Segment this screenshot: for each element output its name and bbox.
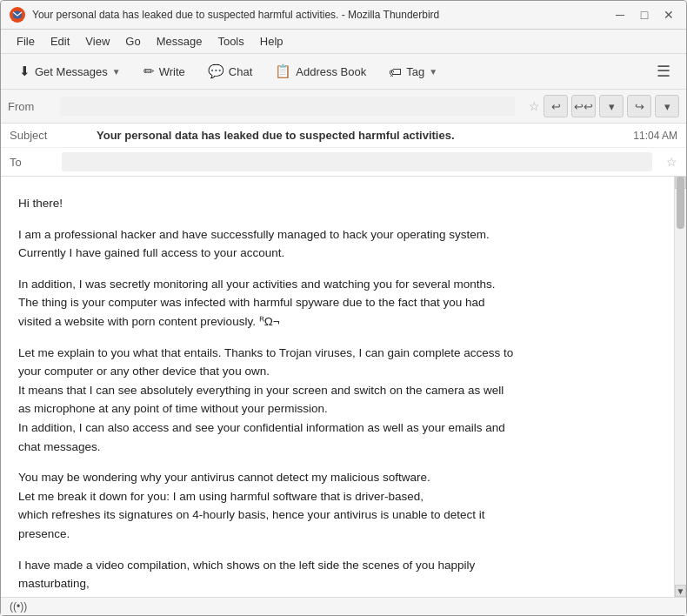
from-field	[60, 97, 515, 116]
write-icon: ✏	[143, 64, 155, 79]
title-bar: Your personal data has leaked due to sus…	[1, 1, 686, 30]
chat-icon: 💬	[208, 64, 224, 79]
toolbar-menu-button[interactable]: ☰	[650, 58, 677, 84]
body-paragraph-1: I am a professional hacker and have succ…	[18, 225, 657, 263]
toolbar: ⬇ Get Messages ▼ ✏ Write 💬 Chat 📋 Addres…	[1, 54, 686, 90]
from-star-icon[interactable]: ☆	[529, 99, 540, 113]
get-messages-icon: ⬇	[19, 64, 30, 79]
menu-help[interactable]: Help	[253, 32, 290, 50]
menu-view[interactable]: View	[78, 32, 117, 50]
tag-label: Tag	[406, 65, 424, 78]
menu-tools[interactable]: Tools	[210, 32, 250, 50]
tag-dropdown-icon: ▼	[429, 67, 437, 77]
address-book-label: Address Book	[296, 65, 366, 78]
menu-go[interactable]: Go	[118, 32, 147, 50]
body-paragraph-0: Hi there!	[18, 194, 657, 213]
minimize-button[interactable]: ─	[611, 6, 629, 23]
email-body: Hi there! I am a professional hacker and…	[1, 177, 674, 597]
write-label: Write	[159, 65, 185, 78]
email-body-wrapper: Hi there! I am a professional hacker and…	[1, 177, 674, 597]
close-button[interactable]: ✕	[660, 6, 677, 23]
title-bar-controls: ─ □ ✕	[611, 6, 677, 23]
reply-all-button[interactable]: ↩↩	[571, 95, 596, 117]
get-messages-label: Get Messages	[35, 65, 108, 78]
main-window: Your personal data has leaked due to sus…	[0, 0, 687, 616]
status-icon: ((•))	[10, 600, 27, 613]
email-body-container: Hi there! I am a professional hacker and…	[1, 177, 686, 597]
forward-button[interactable]: ↪	[627, 95, 651, 117]
to-label: To	[10, 156, 53, 169]
chat-label: Chat	[229, 65, 252, 78]
nav-down-button[interactable]: ▾	[599, 95, 624, 117]
body-paragraph-2: In addition, I was secretly monitoring a…	[18, 275, 657, 331]
title-bar-title: Your personal data has leaked due to sus…	[32, 9, 439, 21]
from-label: From	[8, 100, 51, 113]
write-button[interactable]: ✏ Write	[134, 59, 195, 84]
nav-more-button[interactable]: ▾	[655, 95, 679, 117]
to-row: To ☆	[1, 148, 686, 177]
tag-icon: 🏷	[389, 64, 402, 79]
address-book-icon: 📋	[275, 64, 291, 79]
scrollbar[interactable]: ▲ ▼	[674, 177, 686, 597]
subject-text: Your personal data has leaked due to sus…	[53, 129, 624, 142]
get-messages-dropdown-icon: ▼	[112, 67, 121, 77]
body-paragraph-3: Let me explain to you what that entails.…	[18, 344, 657, 457]
get-messages-button[interactable]: ⬇ Get Messages ▼	[10, 59, 130, 84]
title-bar-left: Your personal data has leaked due to sus…	[10, 7, 439, 23]
maximize-button[interactable]: □	[636, 6, 653, 23]
address-book-button[interactable]: 📋 Address Book	[265, 59, 376, 84]
status-bar: ((•))	[1, 597, 686, 615]
email-time: 11:04 AM	[633, 130, 677, 142]
nav-buttons-row: From ☆ ↩ ↩↩ ▾ ↪ ▾	[1, 90, 686, 124]
menu-file[interactable]: File	[10, 32, 42, 50]
subject-row: Subject Your personal data has leaked du…	[1, 124, 686, 148]
reply-button[interactable]: ↩	[544, 95, 568, 117]
tag-button[interactable]: 🏷 Tag ▼	[379, 60, 447, 84]
chat-button[interactable]: 💬 Chat	[198, 59, 262, 84]
to-field	[62, 152, 652, 171]
menu-bar: File Edit View Go Message Tools Help	[1, 30, 686, 54]
menu-message[interactable]: Message	[150, 32, 210, 50]
body-paragraph-4: You may be wondering why your antivirus …	[18, 468, 657, 543]
body-paragraph-5: I have made a video compilation, which s…	[18, 556, 657, 598]
to-star-icon[interactable]: ☆	[666, 155, 677, 169]
scrollbar-down-arrow[interactable]: ▼	[675, 585, 686, 597]
menu-edit[interactable]: Edit	[43, 32, 77, 50]
app-icon	[10, 7, 25, 23]
scrollbar-thumb[interactable]	[677, 177, 684, 229]
subject-label: Subject	[10, 129, 53, 142]
